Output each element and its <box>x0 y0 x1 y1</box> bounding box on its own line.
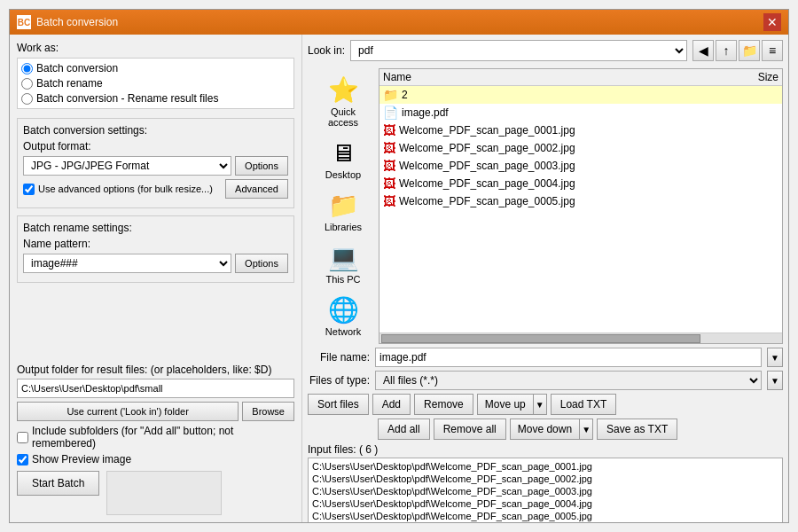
action-row-2: Add all Remove all Move down ▼ Save as T… <box>308 419 783 440</box>
include-subfolders-checkbox[interactable] <box>17 432 28 443</box>
file-name-jpg3: Welcome_PDF_scan_page_0003.jpg <box>399 160 778 172</box>
app-icon: BC <box>17 15 31 29</box>
look-in-row: Look in: pdf ◀ ↑ 📁 ≡ <box>308 40 783 61</box>
output-folder-input[interactable] <box>17 379 294 398</box>
radio-batch-rename-result-label: Batch conversion - Rename result files <box>36 92 218 105</box>
quick-access-icon: ⭐ <box>328 75 359 105</box>
input-file-2: C:\Users\User\Desktop\pdf\Welcome_PDF_sc… <box>312 485 778 497</box>
nav-network[interactable]: 🌐 Network <box>311 292 375 340</box>
nav-up-button[interactable]: ↑ <box>716 40 737 61</box>
move-down-button[interactable]: Move down <box>510 419 579 440</box>
file-list-header-size: Size <box>725 71 778 83</box>
file-item-jpg3[interactable]: 🖼 Welcome_PDF_scan_page_0003.jpg <box>379 157 782 175</box>
start-batch-button[interactable]: Start Batch <box>17 471 99 496</box>
pdf-icon: 📄 <box>383 106 398 120</box>
move-up-button[interactable]: Move up <box>477 394 533 415</box>
nav-this-pc[interactable]: 💻 This PC <box>311 239 375 288</box>
rename-options-button[interactable]: Options <box>235 254 288 273</box>
file-item-jpg5[interactable]: 🖼 Welcome_PDF_scan_page_0005.jpg <box>379 192 782 210</box>
quick-nav: ⭐ Quick access 🖥 Desktop 📁 Libraries 💻 T… <box>308 68 379 344</box>
batch-conversion-window: BC Batch conversion ✕ Work as: Batch con… <box>9 9 789 523</box>
load-txt-button[interactable]: Load TXT <box>551 394 616 415</box>
right-panel: Look in: pdf ◀ ↑ 📁 ≡ ⭐ Quick access <box>302 35 788 522</box>
file-list-header-name[interactable]: Name <box>383 71 725 83</box>
libraries-icon: 📁 <box>328 191 359 220</box>
include-subfolders-label: Include subfolders (for "Add all" button… <box>32 425 294 450</box>
include-subfolders-row[interactable]: Include subfolders (for "Add all" button… <box>17 425 294 450</box>
use-current-browse-row: Use current ('Look in') folder Browse <box>17 402 294 421</box>
new-folder-button[interactable]: 📁 <box>739 40 760 61</box>
nav-desktop[interactable]: 🖥 Desktop <box>311 135 375 184</box>
sort-files-button[interactable]: Sort files <box>308 394 369 415</box>
move-up-arrow[interactable]: ▼ <box>533 394 547 415</box>
files-of-type-label: Files of type: <box>308 374 370 387</box>
show-preview-checkbox[interactable] <box>17 454 28 466</box>
input-file-1: C:\Users\User\Desktop\pdf\Welcome_PDF_sc… <box>312 473 778 485</box>
radio-batch-conversion-label: Batch conversion <box>36 62 118 74</box>
advanced-button[interactable]: Advanced <box>225 179 288 199</box>
save-as-txt-button[interactable]: Save as TXT <box>597 419 677 440</box>
jpg3-icon: 🖼 <box>383 159 395 173</box>
output-folder-row <box>17 379 294 398</box>
move-down-split: Move down ▼ <box>510 419 593 440</box>
file-name-dropdown[interactable]: ▼ <box>767 348 783 367</box>
nav-quick-access[interactable]: ⭐ Quick access <box>311 72 375 131</box>
remove-all-button[interactable]: Remove all <box>434 419 506 440</box>
file-item-jpg2[interactable]: 🖼 Welcome_PDF_scan_page_0002.jpg <box>379 139 782 157</box>
network-icon: 🌐 <box>328 295 359 325</box>
window-body: Work as: Batch conversion Batch rename B… <box>10 35 788 522</box>
output-format-select[interactable]: JPG - JPG/JPEG Format <box>23 156 231 176</box>
scrollbar-thumb[interactable] <box>381 334 700 343</box>
preview-box <box>106 471 222 515</box>
remove-button[interactable]: Remove <box>414 394 473 415</box>
add-button[interactable]: Add <box>372 394 411 415</box>
radio-batch-rename-result-input[interactable] <box>21 93 33 105</box>
file-item-image-pdf[interactable]: 📄 image.pdf <box>379 104 782 121</box>
add-all-button[interactable]: Add all <box>378 419 430 440</box>
files-type-row: Files of type: All files (*.*) ▼ <box>308 371 783 390</box>
output-format-label: Output format: <box>23 140 288 153</box>
close-button[interactable]: ✕ <box>763 13 781 31</box>
options-button[interactable]: Options <box>235 156 288 176</box>
toolbar-icons: ◀ ↑ 📁 ≡ <box>692 40 783 61</box>
look-in-select[interactable]: pdf <box>350 40 687 61</box>
file-browser: ⭐ Quick access 🖥 Desktop 📁 Libraries 💻 T… <box>308 68 783 344</box>
browse-button[interactable]: Browse <box>242 402 294 421</box>
radio-batch-rename-result[interactable]: Batch conversion - Rename result files <box>21 92 290 105</box>
use-advanced-checkbox[interactable] <box>23 184 35 195</box>
input-files-list[interactable]: C:\Users\User\Desktop\pdf\Welcome_PDF_sc… <box>308 458 783 522</box>
desktop-label: Desktop <box>325 169 361 180</box>
file-item-folder-2[interactable]: 📁 2 <box>379 86 782 104</box>
file-name-jpg2: Welcome_PDF_scan_page_0002.jpg <box>399 142 778 154</box>
use-current-button[interactable]: Use current ('Look in') folder <box>17 402 239 421</box>
nav-libraries[interactable]: 📁 Libraries <box>311 187 375 236</box>
file-list-area: Name Size 📁 2 📄 image.pdf 🖼 <box>379 68 783 344</box>
file-name-field[interactable] <box>375 348 762 367</box>
name-pattern-select[interactable]: image### <box>23 254 231 273</box>
file-item-jpg1[interactable]: 🖼 Welcome_PDF_scan_page_0001.jpg <box>379 121 782 139</box>
radio-batch-rename-input[interactable] <box>21 78 33 90</box>
radio-batch-conversion-input[interactable] <box>21 63 33 74</box>
horizontal-scrollbar[interactable] <box>379 332 782 343</box>
file-item-jpg4[interactable]: 🖼 Welcome_PDF_scan_page_0004.jpg <box>379 175 782 192</box>
output-folder-label: Output folder for result files: (or plac… <box>17 364 294 376</box>
files-type-dropdown[interactable]: ▼ <box>767 371 783 390</box>
spacer <box>17 288 294 364</box>
sort-files-spacer <box>308 419 374 440</box>
radio-batch-rename[interactable]: Batch rename <box>21 77 290 90</box>
nav-back-button[interactable]: ◀ <box>692 40 714 61</box>
left-panel: Work as: Batch conversion Batch rename B… <box>10 35 302 522</box>
name-pattern-row: image### Options <box>23 254 288 273</box>
output-section: Output folder for result files: (or plac… <box>17 364 294 515</box>
view-button[interactable]: ≡ <box>762 40 783 61</box>
bottom-checkboxes: Include subfolders (for "Add all" button… <box>17 425 294 466</box>
move-down-arrow[interactable]: ▼ <box>579 419 593 440</box>
title-bar: BC Batch conversion ✕ <box>10 10 788 35</box>
files-of-type-select[interactable]: All files (*.*) <box>375 371 762 390</box>
input-file-4: C:\Users\User\Desktop\pdf\Welcome_PDF_sc… <box>312 510 778 522</box>
rename-settings-label: Batch rename settings: <box>23 222 288 234</box>
show-preview-row[interactable]: Show Preview image <box>17 453 294 466</box>
file-list-scroll[interactable]: 📁 2 📄 image.pdf 🖼 Welcome_PDF_scan_page_… <box>379 86 782 332</box>
this-pc-icon: 💻 <box>328 243 359 272</box>
radio-batch-conversion[interactable]: Batch conversion <box>21 62 290 74</box>
